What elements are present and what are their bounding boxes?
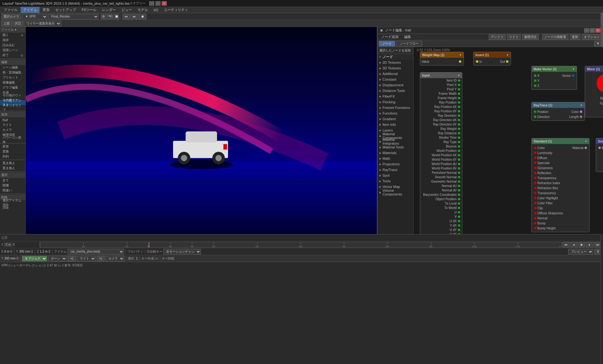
node-options-btn[interactable]: オプション (582, 34, 602, 40)
bone-select[interactable]: ボーン (48, 256, 67, 261)
standard-node[interactable]: Standard (1) ▼ Color Material Luminosity (531, 138, 589, 232)
node-clear-history-btn[interactable]: 履歴消去 (522, 34, 539, 40)
e3-btn[interactable]: E (49, 250, 51, 253)
standard-arrow[interactable]: ▼ (585, 140, 587, 143)
node-list-item-flocking[interactable]: ▶Flocking (378, 99, 413, 105)
edit-group[interactable]: 編集 (0, 59, 25, 65)
add-group[interactable]: 追加 (0, 112, 25, 117)
sidebar-hierarchy[interactable]: 階層 (0, 183, 25, 188)
timeline-start-btn[interactable]: ⏮ (562, 242, 570, 248)
weight-map-node[interactable]: Weight Map (1) ▼ Value (420, 52, 464, 66)
settings-icon[interactable]: ⚙ (101, 14, 106, 19)
upper-view-btn[interactable]: 上面 (1, 21, 12, 26)
sidebar-open[interactable]: 開く N (0, 33, 25, 38)
sidebar-quit[interactable]: 終了 Q (0, 53, 25, 58)
node-list-item-materials[interactable]: ▶Materials (378, 150, 413, 156)
node-list-item-fresnel[interactable]: ▶Fresnel Functions (378, 105, 413, 110)
node-flow-tab[interactable]: ノードフロー (396, 41, 422, 46)
play-btn2[interactable]: ⏭ (131, 14, 138, 19)
sidebar-image-edit[interactable]: 画像編集 (0, 80, 25, 85)
node-list-item-constant[interactable]: ▶Constant (378, 77, 413, 82)
sidebar-close-scene[interactable]: 現環シーン (0, 48, 25, 53)
node-list-item-raytrace[interactable]: ▶RayTrace (378, 167, 413, 173)
sidebar-light[interactable]: ライト (0, 122, 25, 127)
node-list-item-2d[interactable]: ▶2D Textures (378, 60, 413, 65)
node-list-item-3d[interactable]: ▶3D Textures (378, 65, 413, 71)
minimize-button[interactable]: ─ (149, 1, 154, 6)
e4-btn[interactable]: E (17, 257, 19, 260)
node-list-item-mat-int[interactable]: ▶Material Integrators (378, 139, 413, 144)
sidebar-preset[interactable]: プリセット (0, 75, 25, 80)
menu-render[interactable]: レンダー (100, 7, 118, 13)
menu-model[interactable]: モデル (135, 7, 150, 13)
play-btn1[interactable]: ⏮ (122, 14, 130, 19)
sidebar-swap1[interactable]: 置き換え (0, 161, 25, 166)
xz-btn[interactable]: (XZ) (13, 21, 23, 26)
surface-node[interactable]: Surface ▼ Material Normal Bump (596, 138, 603, 172)
node-list-item-math[interactable]: ▶Math (378, 156, 413, 161)
sidebar-graph-edit[interactable]: グラフ編集 (0, 85, 25, 90)
make-vector-node[interactable]: Make Vector (1) ▼ X Vector Y (531, 66, 577, 90)
bone-add-btn[interactable]: +L (68, 256, 76, 261)
display-mode-select[interactable]: ワイヤー遮面非表示 (24, 21, 61, 26)
select-group[interactable]: 選択 (0, 172, 25, 178)
mixer-node[interactable]: Mixer (1) ▼ Bg Color Color Fg Color (585, 66, 603, 117)
weight-map-arrow[interactable]: ▼ (459, 54, 462, 56)
node-rearrange-btn[interactable]: ノードの再配置 (542, 34, 568, 40)
menu-file[interactable]: ファイル (1, 7, 20, 13)
e1-btn[interactable]: E (10, 250, 13, 253)
camera-icon[interactable]: 📷 (107, 14, 113, 19)
node-editor-minimize[interactable]: ─ (584, 28, 589, 33)
file-group[interactable]: ファイル ▾ (0, 27, 25, 33)
node-add-menu[interactable]: ノード追加 (379, 34, 401, 40)
menu-item[interactable]: アイテム (21, 7, 40, 13)
light-select[interactable]: ライト (77, 256, 96, 261)
sidebar-save[interactable]: 保存 (0, 38, 25, 43)
sidebar-delete[interactable]: 消去 (0, 205, 25, 210)
camera-select2[interactable]: カメラ (106, 256, 124, 261)
sidebar-studio-live[interactable]: スタジオライブ (0, 105, 25, 110)
sidebar-import[interactable]: 読み込む (0, 43, 25, 48)
node-list-item-distance-tools[interactable]: ▶Distance Tools (378, 88, 413, 94)
input-node[interactable]: Input ▼ Item ID Pixel X Pixel Y Frame Wi… (420, 72, 462, 234)
menu-transform[interactable]: 変形 (40, 7, 52, 13)
timeline-play-btn[interactable]: ▶ (579, 242, 585, 248)
sidebar-replace[interactable]: 置換 (0, 149, 25, 154)
timeline-next-btn[interactable]: ⏵ (586, 242, 594, 248)
object-select[interactable]: オブジェクト (22, 256, 47, 261)
node-list-item-fiberfx[interactable]: ▶FiberFX (378, 94, 413, 99)
maximize-button[interactable]: □ (155, 1, 160, 6)
sidebar-select-all[interactable]: 全て (0, 178, 25, 183)
sidebar-color-edit[interactable]: 色・質感編集 (0, 70, 25, 75)
item-select[interactable]: car_inertia_plus.body (68, 249, 124, 254)
make-vector-arrow[interactable]: ▼ (572, 68, 575, 71)
viewport[interactable] (26, 27, 377, 234)
invert-arrow[interactable]: ▼ (506, 54, 509, 56)
node-edit-menu[interactable]: 編集 (402, 34, 414, 40)
node-list-scroll[interactable]: ▼ ノード ▶2D Textures ▶3D Textures ▶Additio… (378, 54, 413, 234)
node-editor-close[interactable]: ✕ (595, 28, 600, 33)
sidebar-delete-selected[interactable]: 選択アイテム消去 (0, 200, 25, 205)
node-list-item-volume[interactable]: ▶Volume Components (378, 190, 413, 195)
node-editor-maximize[interactable]: □ (590, 28, 595, 33)
input-node-expand[interactable]: ▼ (458, 74, 460, 77)
menu-utility[interactable]: ユーティリティ (161, 7, 191, 13)
timeline-prev-btn[interactable]: ⏴ (570, 242, 578, 248)
raytrace-node[interactable]: RayTrace (1) ▼ Position Color Direction (531, 102, 585, 121)
node-list-item-functions[interactable]: ▶Functions (378, 110, 413, 116)
e2-btn[interactable]: E (31, 250, 34, 253)
close-button[interactable]: ✕ (162, 1, 167, 6)
sidebar-transform[interactable]: 変形 (0, 144, 25, 149)
node-undo-btn[interactable]: アンドゥ (489, 34, 506, 40)
node-list-item-gradient[interactable]: ▶Gradient (378, 116, 413, 122)
autokey-select[interactable]: 全モーションチャン (163, 249, 201, 254)
camera-select[interactable]: ▼ VPR (22, 14, 47, 19)
node-list-item-tools[interactable]: ▶Tools (378, 178, 413, 184)
node-list-item-displacement[interactable]: ▶Displacement (378, 82, 413, 88)
invert-node[interactable]: Invert (1) ▼ In Out (473, 52, 511, 66)
frame-icon[interactable]: 🔲 (113, 14, 119, 19)
node-redo-btn[interactable]: リドゥ (507, 34, 521, 40)
node-tab[interactable]: ノード (379, 41, 395, 46)
node-canvas[interactable]: X:52 Y:103 Zoom:100% (414, 47, 603, 234)
sidebar-list[interactable]: 列列 (0, 154, 25, 159)
